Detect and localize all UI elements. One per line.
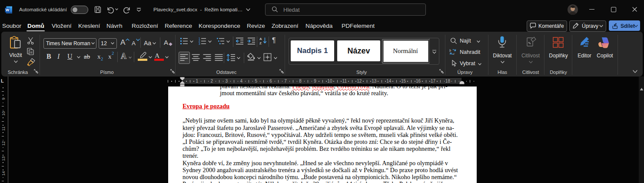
svg-text:W: W [6,8,10,12]
svg-text:3: 3 [199,42,200,45]
svg-text:b: b [449,49,451,53]
svg-text:c: c [453,52,455,56]
svg-text:A: A [259,37,262,41]
svg-text:Z: Z [259,41,262,45]
